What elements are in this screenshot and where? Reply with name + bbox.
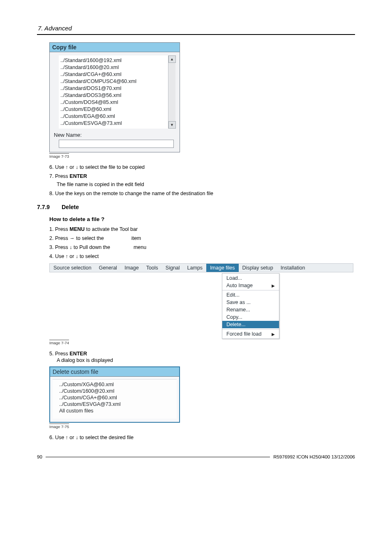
page-number: 90 (37, 454, 42, 459)
step-6d: 6. Use ↑ or ↓ to select the desired file (49, 435, 355, 440)
toolbar-item-image-files[interactable]: Image files (206, 264, 238, 272)
menu-item-edit[interactable]: Edit... (222, 291, 279, 299)
file-item[interactable]: ../Custom/ESVGA@73.xml (60, 120, 166, 127)
step-4b: 4. Use ↑ or ↓ to select (49, 253, 355, 259)
toolbar-item-signal[interactable]: Signal (162, 264, 184, 272)
menu-item-auto-image[interactable]: Auto Image▶ (222, 282, 279, 289)
step-7a-sub: The file name is copied in the edit fiel… (57, 182, 355, 187)
new-name-input[interactable] (59, 140, 174, 148)
footer-rule (46, 457, 270, 457)
file-item[interactable]: ../Custom/XGA@60.xml (59, 381, 174, 388)
file-item[interactable]: ../Standard/1600@192.xml (60, 57, 166, 64)
toolbar-item-general[interactable]: General (95, 264, 120, 272)
step-6a: 6. Use ↑ or ↓ to select the file to be c… (49, 164, 355, 170)
toolbar-item-display-setup[interactable]: Display setup (239, 264, 277, 272)
menu-item-rename[interactable]: Rename... (222, 306, 279, 313)
file-item[interactable]: All custom files (59, 408, 174, 414)
section-number: 7.7.9 (37, 204, 62, 210)
file-item[interactable]: ../Custom/EGA@60.xml (60, 113, 166, 120)
chevron-right-icon: ▶ (272, 283, 275, 288)
delete-file-listbox[interactable]: ../Custom/XGA@60.xml ../Custom/1600@20.x… (53, 379, 177, 419)
step-2b: 2. Press → to select the item (49, 235, 355, 241)
toolbar-item-lamps[interactable]: Lamps (184, 264, 207, 272)
file-item[interactable]: ../Standard/COMPUSC4@60.xml (60, 78, 166, 85)
menu-item-load[interactable]: Load... (222, 274, 279, 282)
menu-toolbar: Source selection General Image Tools Sig… (49, 263, 353, 272)
scroll-down-icon[interactable]: ▼ (168, 121, 176, 129)
image-caption-75: Image 7-75 (49, 424, 69, 429)
delete-custom-file-dialog: Delete custom file ../Custom/XGA@60.xml … (49, 366, 180, 423)
toolbar-item-source[interactable]: Source selection (50, 264, 95, 272)
image-files-dropdown: Load... Auto Image▶ Edit... Save as ... … (222, 273, 279, 339)
file-item[interactable]: ../Standard/CGA+@60.xml (60, 71, 166, 78)
page-footer: 90 R5976992 ICON H250/400 13/12/2006 (37, 454, 355, 459)
header-rule (37, 34, 355, 35)
page-header-title: 7. Advanced (37, 25, 355, 32)
new-name-label: New Name: (54, 132, 175, 138)
file-item[interactable]: ../Standard/DOS3@56.xml (60, 92, 166, 99)
step-7a: 7. Press ENTER The file name is copied i… (49, 173, 355, 187)
file-listbox[interactable]: ../Standard/1600@192.xml ../Standard/160… (59, 55, 175, 129)
step-1b: 1. Press MENU to activate the Tool bar (49, 226, 355, 232)
file-item[interactable]: ../Standard/DOS1@70.xml (60, 85, 166, 92)
step-3b: 3. Press ↓ to Pull down the menu (49, 244, 355, 250)
menu-item-delete[interactable]: Delete... (222, 321, 279, 328)
toolbar-item-image[interactable]: Image (121, 264, 143, 272)
subheading: How to delete a file ? (49, 216, 355, 222)
step-8a: 8. Use the keys on the remote to change … (49, 191, 355, 196)
delete-dialog-title: Delete custom file (50, 367, 179, 377)
image-caption-73: Image 7-73 (49, 153, 69, 159)
step-5c-sub: A dialog box is displayed (57, 357, 355, 363)
menu-item-forced-file-load[interactable]: Forced file load▶ (222, 330, 279, 338)
toolbar-item-installation[interactable]: Installation (277, 264, 309, 272)
file-item[interactable]: ../Custom/ESVGA@73.xml (59, 401, 174, 408)
file-item[interactable]: ../Custom/CGA+@60.xml (59, 394, 174, 401)
image-caption-74: Image 7-74 (49, 340, 69, 345)
footer-reference: R5976992 ICON H250/400 13/12/2006 (273, 454, 355, 459)
step-5c: 5. Press ENTER A dialog box is displayed (49, 351, 355, 363)
section-title: Delete (62, 204, 79, 210)
copy-file-dialog: Copy file ../Standard/1600@192.xml ../St… (49, 42, 180, 152)
file-item[interactable]: ../Standard/1600@20.xml (60, 64, 166, 71)
toolbar-figure: Source selection General Image Tools Sig… (49, 263, 353, 339)
scroll-up-icon[interactable]: ▲ (168, 55, 176, 63)
menu-item-copy[interactable]: Copy... (222, 313, 279, 321)
menu-item-save-as[interactable]: Save as ... (222, 299, 279, 306)
toolbar-item-tools[interactable]: Tools (143, 264, 162, 272)
scrollbar[interactable]: ▲ ▼ (168, 55, 175, 129)
file-item[interactable]: ../Custom/DOS4@85.xml (60, 99, 166, 106)
copy-file-dialog-title: Copy file (50, 43, 180, 52)
chevron-right-icon: ▶ (272, 332, 275, 336)
file-item[interactable]: ../Custom/1600@20.xml (59, 388, 174, 394)
file-item[interactable]: ../Custom/ED@60.xml (60, 106, 166, 113)
